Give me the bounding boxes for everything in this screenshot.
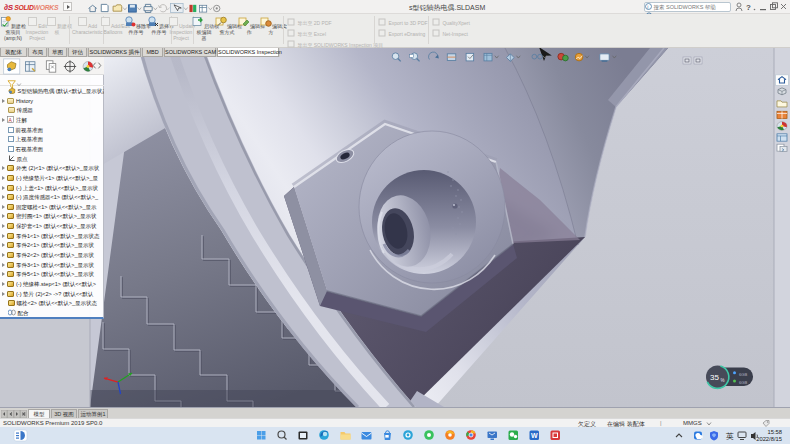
svg-text:i: i — [647, 4, 648, 10]
svg-text:6GB: 6GB — [739, 380, 748, 385]
svg-text:%: % — [721, 378, 725, 383]
svg-text:6GB: 6GB — [739, 372, 748, 377]
svg-text:英: 英 — [726, 432, 734, 441]
svg-text:?: ? — [746, 3, 751, 12]
svg-text:35: 35 — [710, 373, 719, 382]
svg-text:W: W — [531, 432, 538, 439]
